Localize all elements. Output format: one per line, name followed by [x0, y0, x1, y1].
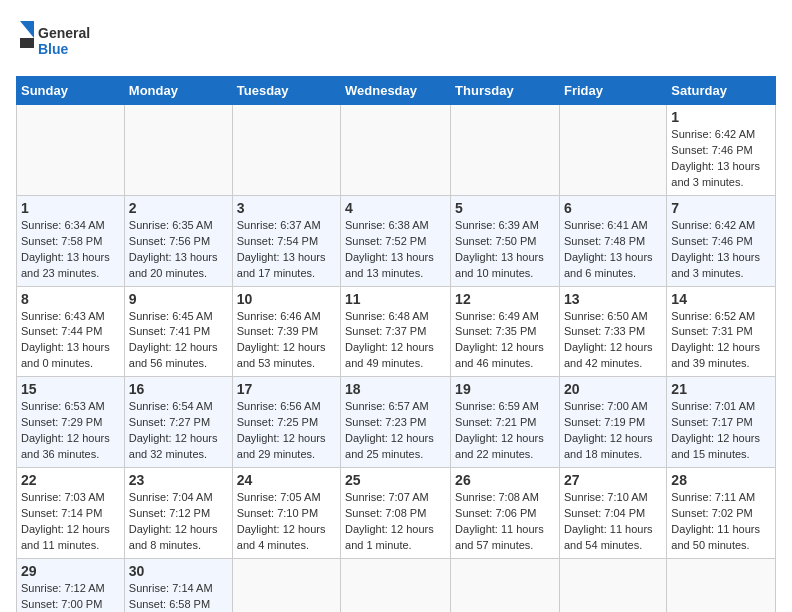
day-number: 29 — [21, 563, 120, 579]
calendar-cell: 16Sunrise: 6:54 AMSunset: 7:27 PMDayligh… — [124, 377, 232, 468]
calendar-cell: 13Sunrise: 6:50 AMSunset: 7:33 PMDayligh… — [559, 286, 666, 377]
day-number: 11 — [345, 291, 446, 307]
calendar-cell: 4Sunrise: 6:38 AMSunset: 7:52 PMDaylight… — [341, 195, 451, 286]
calendar-cell — [451, 105, 560, 196]
day-number: 10 — [237, 291, 336, 307]
day-info: Sunrise: 6:42 AMSunset: 7:46 PMDaylight:… — [671, 127, 771, 191]
day-info: Sunrise: 6:43 AMSunset: 7:44 PMDaylight:… — [21, 309, 120, 373]
day-number: 1 — [21, 200, 120, 216]
day-info: Sunrise: 7:11 AMSunset: 7:02 PMDaylight:… — [671, 490, 771, 554]
calendar-cell: 28Sunrise: 7:11 AMSunset: 7:02 PMDayligh… — [667, 468, 776, 559]
calendar-cell: 27Sunrise: 7:10 AMSunset: 7:04 PMDayligh… — [559, 468, 666, 559]
day-info: Sunrise: 7:14 AMSunset: 6:58 PMDaylight:… — [129, 581, 228, 612]
calendar-cell — [559, 105, 666, 196]
logo: General Blue — [16, 16, 106, 66]
day-info: Sunrise: 7:10 AMSunset: 7:04 PMDaylight:… — [564, 490, 662, 554]
header-day-tuesday: Tuesday — [232, 77, 340, 105]
day-number: 18 — [345, 381, 446, 397]
calendar-cell — [559, 558, 666, 612]
calendar-cell: 3Sunrise: 6:37 AMSunset: 7:54 PMDaylight… — [232, 195, 340, 286]
calendar-cell: 1Sunrise: 6:42 AMSunset: 7:46 PMDaylight… — [667, 105, 776, 196]
calendar-cell — [232, 558, 340, 612]
day-info: Sunrise: 6:42 AMSunset: 7:46 PMDaylight:… — [671, 218, 771, 282]
calendar-week-2: 1Sunrise: 6:34 AMSunset: 7:58 PMDaylight… — [17, 195, 776, 286]
calendar-cell: 22Sunrise: 7:03 AMSunset: 7:14 PMDayligh… — [17, 468, 125, 559]
day-number: 6 — [564, 200, 662, 216]
page-header: General Blue — [16, 16, 776, 66]
day-info: Sunrise: 7:07 AMSunset: 7:08 PMDaylight:… — [345, 490, 446, 554]
day-info: Sunrise: 6:34 AMSunset: 7:58 PMDaylight:… — [21, 218, 120, 282]
day-info: Sunrise: 6:45 AMSunset: 7:41 PMDaylight:… — [129, 309, 228, 373]
svg-text:General: General — [38, 25, 90, 41]
day-info: Sunrise: 6:56 AMSunset: 7:25 PMDaylight:… — [237, 399, 336, 463]
calendar-cell: 14Sunrise: 6:52 AMSunset: 7:31 PMDayligh… — [667, 286, 776, 377]
calendar-cell: 11Sunrise: 6:48 AMSunset: 7:37 PMDayligh… — [341, 286, 451, 377]
day-number: 27 — [564, 472, 662, 488]
day-info: Sunrise: 7:03 AMSunset: 7:14 PMDaylight:… — [21, 490, 120, 554]
calendar-table: SundayMondayTuesdayWednesdayThursdayFrid… — [16, 76, 776, 612]
day-info: Sunrise: 6:37 AMSunset: 7:54 PMDaylight:… — [237, 218, 336, 282]
calendar-cell: 21Sunrise: 7:01 AMSunset: 7:17 PMDayligh… — [667, 377, 776, 468]
day-info: Sunrise: 6:38 AMSunset: 7:52 PMDaylight:… — [345, 218, 446, 282]
day-info: Sunrise: 6:48 AMSunset: 7:37 PMDaylight:… — [345, 309, 446, 373]
day-info: Sunrise: 6:52 AMSunset: 7:31 PMDaylight:… — [671, 309, 771, 373]
header-day-thursday: Thursday — [451, 77, 560, 105]
calendar-cell: 10Sunrise: 6:46 AMSunset: 7:39 PMDayligh… — [232, 286, 340, 377]
day-info: Sunrise: 6:50 AMSunset: 7:33 PMDaylight:… — [564, 309, 662, 373]
calendar-cell: 12Sunrise: 6:49 AMSunset: 7:35 PMDayligh… — [451, 286, 560, 377]
calendar-cell: 8Sunrise: 6:43 AMSunset: 7:44 PMDaylight… — [17, 286, 125, 377]
day-number: 14 — [671, 291, 771, 307]
day-number: 7 — [671, 200, 771, 216]
day-number: 22 — [21, 472, 120, 488]
day-number: 8 — [21, 291, 120, 307]
svg-text:Blue: Blue — [38, 41, 69, 57]
calendar-cell: 17Sunrise: 6:56 AMSunset: 7:25 PMDayligh… — [232, 377, 340, 468]
day-info: Sunrise: 6:59 AMSunset: 7:21 PMDaylight:… — [455, 399, 555, 463]
calendar-week-3: 8Sunrise: 6:43 AMSunset: 7:44 PMDaylight… — [17, 286, 776, 377]
day-info: Sunrise: 7:00 AMSunset: 7:19 PMDaylight:… — [564, 399, 662, 463]
day-number: 5 — [455, 200, 555, 216]
day-number: 1 — [671, 109, 771, 125]
day-number: 23 — [129, 472, 228, 488]
header-day-monday: Monday — [124, 77, 232, 105]
header-row: SundayMondayTuesdayWednesdayThursdayFrid… — [17, 77, 776, 105]
calendar-cell — [667, 558, 776, 612]
day-info: Sunrise: 6:35 AMSunset: 7:56 PMDaylight:… — [129, 218, 228, 282]
calendar-cell: 2Sunrise: 6:35 AMSunset: 7:56 PMDaylight… — [124, 195, 232, 286]
day-number: 30 — [129, 563, 228, 579]
day-number: 4 — [345, 200, 446, 216]
calendar-cell: 18Sunrise: 6:57 AMSunset: 7:23 PMDayligh… — [341, 377, 451, 468]
day-info: Sunrise: 6:39 AMSunset: 7:50 PMDaylight:… — [455, 218, 555, 282]
day-info: Sunrise: 7:05 AMSunset: 7:10 PMDaylight:… — [237, 490, 336, 554]
day-number: 19 — [455, 381, 555, 397]
calendar-cell: 20Sunrise: 7:00 AMSunset: 7:19 PMDayligh… — [559, 377, 666, 468]
calendar-week-4: 15Sunrise: 6:53 AMSunset: 7:29 PMDayligh… — [17, 377, 776, 468]
calendar-cell: 9Sunrise: 6:45 AMSunset: 7:41 PMDaylight… — [124, 286, 232, 377]
calendar-cell — [232, 105, 340, 196]
day-info: Sunrise: 6:57 AMSunset: 7:23 PMDaylight:… — [345, 399, 446, 463]
calendar-week-1: 1Sunrise: 6:42 AMSunset: 7:46 PMDaylight… — [17, 105, 776, 196]
logo-svg: General Blue — [16, 16, 106, 66]
calendar-week-5: 22Sunrise: 7:03 AMSunset: 7:14 PMDayligh… — [17, 468, 776, 559]
day-number: 25 — [345, 472, 446, 488]
day-number: 2 — [129, 200, 228, 216]
calendar-week-6: 29Sunrise: 7:12 AMSunset: 7:00 PMDayligh… — [17, 558, 776, 612]
calendar-cell — [341, 558, 451, 612]
calendar-cell — [124, 105, 232, 196]
header-day-sunday: Sunday — [17, 77, 125, 105]
calendar-cell: 30Sunrise: 7:14 AMSunset: 6:58 PMDayligh… — [124, 558, 232, 612]
calendar-cell — [341, 105, 451, 196]
calendar-cell: 29Sunrise: 7:12 AMSunset: 7:00 PMDayligh… — [17, 558, 125, 612]
calendar-cell: 25Sunrise: 7:07 AMSunset: 7:08 PMDayligh… — [341, 468, 451, 559]
day-info: Sunrise: 7:12 AMSunset: 7:00 PMDaylight:… — [21, 581, 120, 612]
calendar-cell: 7Sunrise: 6:42 AMSunset: 7:46 PMDaylight… — [667, 195, 776, 286]
calendar-cell: 15Sunrise: 6:53 AMSunset: 7:29 PMDayligh… — [17, 377, 125, 468]
day-info: Sunrise: 7:04 AMSunset: 7:12 PMDaylight:… — [129, 490, 228, 554]
calendar-cell: 6Sunrise: 6:41 AMSunset: 7:48 PMDaylight… — [559, 195, 666, 286]
day-info: Sunrise: 7:08 AMSunset: 7:06 PMDaylight:… — [455, 490, 555, 554]
day-number: 9 — [129, 291, 228, 307]
day-info: Sunrise: 6:49 AMSunset: 7:35 PMDaylight:… — [455, 309, 555, 373]
day-info: Sunrise: 6:41 AMSunset: 7:48 PMDaylight:… — [564, 218, 662, 282]
header-day-saturday: Saturday — [667, 77, 776, 105]
day-info: Sunrise: 7:01 AMSunset: 7:17 PMDaylight:… — [671, 399, 771, 463]
